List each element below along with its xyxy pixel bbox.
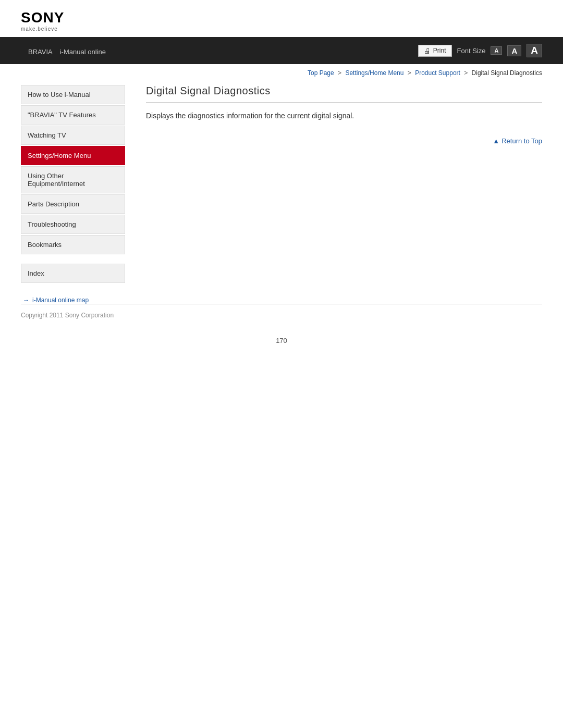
page-description: Displays the diagnostics information for…	[146, 110, 542, 121]
breadcrumb-sep-3: >	[464, 69, 468, 77]
sidebar-map-link[interactable]: → i-Manual online map	[21, 292, 125, 304]
sidebar-item-parts-description[interactable]: Parts Description	[21, 194, 125, 214]
copyright-text: Copyright 2011 Sony Corporation	[21, 312, 114, 319]
sony-logo-text: SONY	[21, 9, 64, 26]
sidebar: How to Use i-Manual "BRAVIA" TV Features…	[21, 80, 125, 304]
bravia-title-text: BRAVIA	[28, 48, 53, 56]
map-link-text: i-Manual online map	[32, 297, 89, 304]
return-to-top-row: ▲ Return to Top	[146, 132, 542, 150]
print-icon: 🖨	[424, 47, 431, 55]
breadcrumb-settings[interactable]: Settings/Home Menu	[345, 69, 403, 77]
nav-bar-right: 🖨 Print Font Size A A A	[418, 44, 542, 57]
content-area: Digital Signal Diagnostics Displays the …	[125, 80, 542, 304]
sony-logo: SONY make.believe	[21, 9, 542, 32]
breadcrumb-sep-1: >	[338, 69, 341, 77]
sidebar-gap-2	[21, 284, 125, 292]
sidebar-item-settings-home[interactable]: Settings/Home Menu	[21, 146, 125, 165]
bravia-title: BRAVIAi-Manual online	[21, 44, 106, 57]
return-to-top-icon: ▲	[493, 137, 499, 145]
sidebar-item-index[interactable]: Index	[21, 264, 125, 283]
font-size-label: Font Size	[457, 47, 486, 55]
font-large-button[interactable]: A	[527, 44, 542, 57]
return-to-top-link[interactable]: ▲ Return to Top	[493, 137, 542, 145]
nav-bar: BRAVIAi-Manual online 🖨 Print Font Size …	[0, 37, 563, 64]
print-label: Print	[433, 47, 446, 54]
sidebar-item-using-other[interactable]: Using Other Equipment/Internet	[21, 166, 125, 193]
print-button[interactable]: 🖨 Print	[418, 45, 452, 57]
nav-bar-left: BRAVIAi-Manual online	[21, 44, 106, 57]
manual-subtitle: i-Manual online	[60, 48, 106, 56]
breadcrumb-top-page[interactable]: Top Page	[308, 69, 334, 77]
font-medium-button[interactable]: A	[507, 45, 521, 56]
sidebar-item-watching-tv[interactable]: Watching TV	[21, 126, 125, 145]
footer: Copyright 2011 Sony Corporation	[0, 304, 563, 326]
page-number: 170	[0, 326, 563, 355]
sony-tagline: make.believe	[21, 26, 58, 32]
sidebar-item-bravia-features[interactable]: "BRAVIA" TV Features	[21, 105, 125, 125]
arrow-icon: →	[23, 297, 29, 304]
page-title: Digital Signal Diagnostics	[146, 85, 542, 103]
breadcrumb-sep-2: >	[408, 69, 411, 77]
top-header: SONY make.believe	[0, 0, 563, 37]
sidebar-item-troubleshooting[interactable]: Troubleshooting	[21, 215, 125, 234]
return-to-top-text: Return to Top	[501, 137, 542, 145]
font-small-button[interactable]: A	[491, 46, 502, 55]
breadcrumb-current: Digital Signal Diagnostics	[472, 69, 542, 77]
breadcrumb: Top Page > Settings/Home Menu > Product …	[0, 64, 563, 80]
sidebar-item-how-to-use[interactable]: How to Use i-Manual	[21, 85, 125, 104]
sidebar-gap	[21, 255, 125, 264]
sidebar-item-bookmarks[interactable]: Bookmarks	[21, 235, 125, 254]
main-layout: How to Use i-Manual "BRAVIA" TV Features…	[0, 80, 563, 304]
breadcrumb-product-support[interactable]: Product Support	[415, 69, 460, 77]
